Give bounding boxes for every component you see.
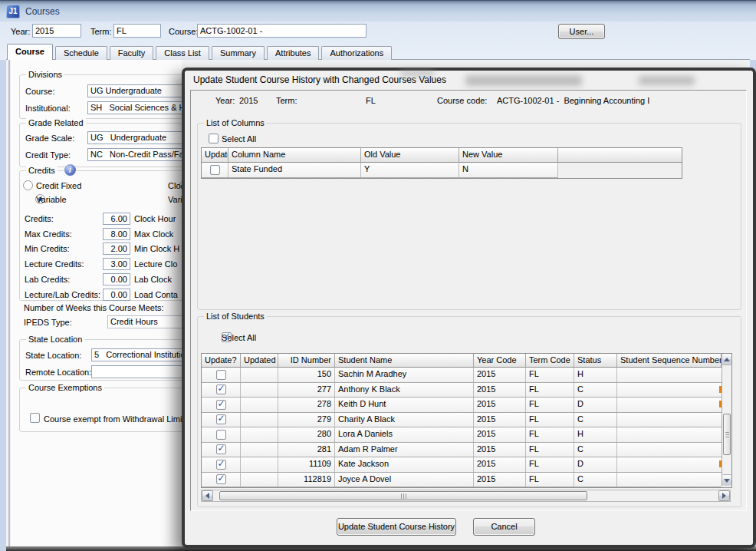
withdrawal-limit-checkbox[interactable] [30,413,40,423]
vertical-scroll-thumb[interactable] [723,414,731,455]
tab-attributes[interactable]: Attributes [267,46,319,60]
tab-authorizations[interactable]: Authorizations [321,46,392,60]
scroll-left-button[interactable] [202,490,213,501]
columns-table-row[interactable]: State FundedYN [202,163,558,178]
student-update-checkbox[interactable] [216,444,226,454]
update-cell[interactable] [202,163,228,177]
student-row[interactable]: 280Lora A Daniels2015FLH [202,427,721,443]
dialog-term-value: FL [366,96,376,107]
cancel-button[interactable]: Cancel [473,518,535,536]
student-row[interactable]: 278Keith D Hunt2015FLD [202,398,721,413]
student-update-cell[interactable] [202,443,241,457]
credit-row-input[interactable]: 6.00 [103,213,130,225]
credit-row-label: Max Credits: [25,229,72,240]
student-term-cell: FL [526,398,574,412]
student-seq-cell [617,443,721,457]
term-input[interactable]: FL [113,24,161,38]
student-row[interactable]: 279Charity A Black2015FLC [202,413,721,428]
student-header-year-code[interactable]: Year Code [474,354,526,368]
student-update-cell[interactable] [202,473,241,487]
student-updated-cell [241,398,278,412]
student-row[interactable]: 281Adam R Palmer2015FLC [202,443,721,458]
student-update-checkbox[interactable] [216,430,226,440]
student-year-cell: 2015 [474,427,526,442]
student-update-cell[interactable] [202,413,241,427]
tab-class-list[interactable]: Class List [156,46,209,60]
student-update-cell[interactable] [202,383,241,398]
column-header-old-value[interactable]: Old Value [361,148,459,163]
student-update-checkbox[interactable] [216,370,226,380]
student-updated-cell [241,427,278,442]
tab-course[interactable]: Course [7,44,53,60]
columns-table-header: Update?Column NameOld ValueNew Value [202,148,682,163]
student-header-update-[interactable]: Update? [202,354,241,368]
student-year-cell: 2015 [474,443,526,457]
student-update-checkbox[interactable] [216,384,226,394]
column-header-column-name[interactable]: Column Name [228,148,361,163]
student-update-cell[interactable] [202,368,241,382]
year-input[interactable]: 2015 [32,24,81,38]
student-header-student-name[interactable]: Student Name [335,354,474,368]
credit-row-input[interactable]: 0.00 [103,273,130,285]
credit-row-clock-label: Max Clock [134,229,173,240]
student-row[interactable]: 112819Joyce A Dovel2015FLC [202,473,721,488]
titlebar: J1 Courses [0,0,756,22]
student-seq-cell [617,413,721,427]
student-row[interactable]: 277Anthony K Black2015FLC [202,383,721,398]
student-header-status[interactable]: Status [574,354,617,368]
scroll-up-button[interactable] [722,354,731,365]
credit-row-input[interactable]: 8.00 [103,228,130,240]
student-row[interactable]: 150Sachin M Aradhey2015FLH [202,368,721,383]
credit-row-clock-label: Lab Clock [134,275,172,285]
students-horizontal-scrollbar[interactable] [201,490,731,502]
columns-select-all-checkbox[interactable] [209,134,219,144]
students-vertical-scrollbar[interactable] [721,354,731,486]
student-update-checkbox[interactable] [216,474,226,484]
row-update-checkbox[interactable] [210,165,220,175]
credit-row-input[interactable]: 2.00 [103,243,130,255]
horizontal-scroll-thumb[interactable] [219,491,587,500]
scroll-right-button[interactable] [718,490,730,501]
student-update-cell[interactable] [202,457,241,472]
student-update-checkbox[interactable] [216,460,226,470]
tab-schedule[interactable]: Schedule [55,46,107,60]
student-update-cell[interactable] [202,427,241,442]
credit-row-input[interactable]: 0.00 [103,289,130,301]
student-update-checkbox[interactable] [216,414,226,424]
student-term-cell: FL [526,383,574,398]
student-name-cell: Kate Jackson [335,457,474,472]
course-input[interactable]: ACTG-1002-01 - [197,24,366,38]
credit-type-label: Credit Type: [25,150,71,161]
tab-summary[interactable]: Summary [212,46,265,60]
dialog-course-code-value: ACTG-1002-01 - Beginning Accounting I [497,96,649,107]
credit-row-label: Credits: [25,214,54,225]
student-update-cell[interactable] [202,398,241,412]
tab-faculty[interactable]: Faculty [110,46,153,60]
user-button[interactable]: User... [558,24,605,39]
student-update-checkbox[interactable] [216,400,226,410]
student-header-term-code[interactable]: Term Code [526,354,574,368]
old-value-cell: Y [361,163,459,177]
update-student-course-history-button[interactable]: Update Student Course History [337,518,456,536]
scroll-down-button[interactable] [722,474,731,486]
column-header-update-[interactable]: Update? [202,148,228,163]
student-name-cell: Sachin M Aradhey [335,368,474,382]
student-status-cell: H [574,427,617,442]
divisions-title: Divisions [26,70,64,80]
student-seq-cell [617,473,721,487]
credit-row-clock-label: Min Clock H [134,244,179,255]
student-header-student-sequence-number[interactable]: Student Sequence Number [617,354,721,368]
student-id-cell: 279 [278,413,335,427]
student-year-cell: 2015 [474,383,526,398]
student-header-id-number[interactable]: ID Number [278,354,335,368]
state-location-label: State Location: [25,351,81,361]
student-header-updated[interactable]: Updated [241,354,278,368]
student-name-cell: Adam R Palmer [335,443,474,457]
course-label: Course: [169,27,199,38]
student-row[interactable]: 11109Kate Jackson2015FLD [202,457,721,473]
new-value-cell: N [459,163,558,177]
column-header-new-value[interactable]: New Value [459,148,558,163]
grade-related-title: Grade Related [26,118,86,128]
redacted-blur [400,71,434,76]
credit-row-input[interactable]: 3.00 [103,258,130,270]
